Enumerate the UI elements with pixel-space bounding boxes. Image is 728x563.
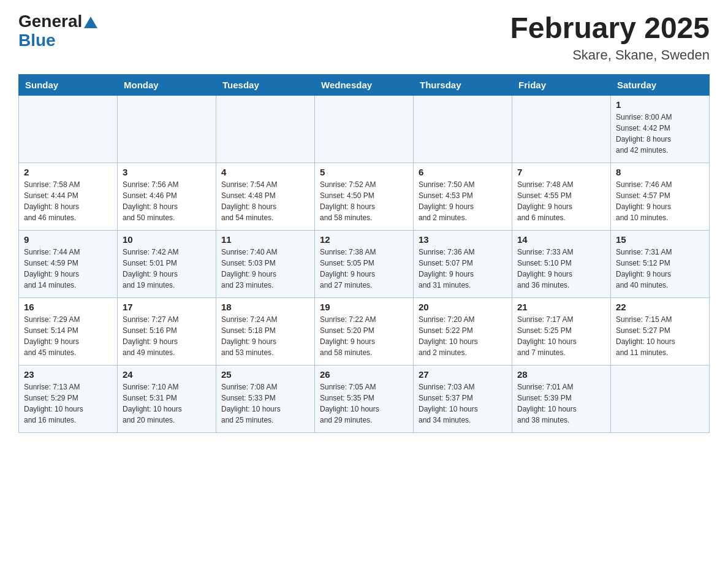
calendar-cell: 27Sunrise: 7:03 AM Sunset: 5:37 PM Dayli… [414,365,512,432]
day-number: 1 [616,99,704,110]
day-info: Sunrise: 7:38 AM Sunset: 5:05 PM Dayligh… [320,248,376,289]
day-number: 18 [221,302,309,312]
calendar-cell: 21Sunrise: 7:17 AM Sunset: 5:25 PM Dayli… [512,297,611,365]
day-info: Sunrise: 7:01 AM Sunset: 5:39 PM Dayligh… [517,383,577,424]
calendar-cell: 13Sunrise: 7:36 AM Sunset: 5:07 PM Dayli… [414,230,512,297]
day-info: Sunrise: 7:50 AM Sunset: 4:53 PM Dayligh… [419,180,474,222]
day-number: 28 [517,369,605,380]
calendar-cell [414,95,512,163]
calendar-cell: 28Sunrise: 7:01 AM Sunset: 5:39 PM Dayli… [512,365,611,432]
calendar-cell: 1Sunrise: 8:00 AM Sunset: 4:42 PM Daylig… [611,95,710,163]
day-number: 8 [616,167,704,177]
calendar-cell: 19Sunrise: 7:22 AM Sunset: 5:20 PM Dayli… [315,297,414,365]
day-info: Sunrise: 7:05 AM Sunset: 5:35 PM Dayligh… [320,383,379,424]
day-info: Sunrise: 7:58 AM Sunset: 4:44 PM Dayligh… [24,180,80,222]
calendar-cell: 20Sunrise: 7:20 AM Sunset: 5:22 PM Dayli… [414,297,512,365]
calendar-cell: 5Sunrise: 7:52 AM Sunset: 4:50 PM Daylig… [315,163,414,230]
day-info: Sunrise: 7:42 AM Sunset: 5:01 PM Dayligh… [123,248,178,289]
calendar-cell: 11Sunrise: 7:40 AM Sunset: 5:03 PM Dayli… [216,230,315,297]
day-info: Sunrise: 7:03 AM Sunset: 5:37 PM Dayligh… [419,383,478,424]
day-info: Sunrise: 7:40 AM Sunset: 5:03 PM Dayligh… [221,248,277,289]
day-info: Sunrise: 7:15 AM Sunset: 5:27 PM Dayligh… [616,315,675,357]
logo: General Blue [18,12,97,50]
day-number: 14 [517,234,605,245]
day-number: 27 [419,369,507,380]
calendar-dow-sunday: Sunday [19,74,118,95]
day-number: 6 [419,167,507,177]
day-number: 10 [123,234,211,245]
day-info: Sunrise: 7:56 AM Sunset: 4:46 PM Dayligh… [123,180,178,222]
day-info: Sunrise: 7:10 AM Sunset: 5:31 PM Dayligh… [123,383,182,424]
calendar-table: SundayMondayTuesdayWednesdayThursdayFrid… [18,74,710,433]
day-number: 11 [221,234,309,245]
day-number: 5 [320,167,408,177]
day-info: Sunrise: 7:17 AM Sunset: 5:25 PM Dayligh… [517,315,577,357]
day-info: Sunrise: 7:33 AM Sunset: 5:10 PM Dayligh… [517,248,573,289]
day-info: Sunrise: 7:20 AM Sunset: 5:22 PM Dayligh… [419,315,478,357]
calendar-dow-saturday: Saturday [611,74,710,95]
calendar-week-row: 23Sunrise: 7:13 AM Sunset: 5:29 PM Dayli… [19,365,710,432]
calendar-cell [19,95,118,163]
calendar-cell: 18Sunrise: 7:24 AM Sunset: 5:18 PM Dayli… [216,297,315,365]
day-number: 20 [419,302,507,312]
day-info: Sunrise: 7:44 AM Sunset: 4:59 PM Dayligh… [24,248,80,289]
day-info: Sunrise: 7:31 AM Sunset: 5:12 PM Dayligh… [616,248,672,289]
calendar-cell [216,95,315,163]
calendar-cell: 17Sunrise: 7:27 AM Sunset: 5:16 PM Dayli… [118,297,216,365]
logo-blue-text: Blue [18,31,56,50]
calendar-cell: 10Sunrise: 7:42 AM Sunset: 5:01 PM Dayli… [118,230,216,297]
day-info: Sunrise: 7:29 AM Sunset: 5:14 PM Dayligh… [24,315,80,357]
calendar-week-row: 16Sunrise: 7:29 AM Sunset: 5:14 PM Dayli… [19,297,710,365]
day-number: 16 [24,302,112,312]
calendar-cell: 22Sunrise: 7:15 AM Sunset: 5:27 PM Dayli… [611,297,710,365]
logo-triangle-icon [84,17,97,28]
calendar-cell: 25Sunrise: 7:08 AM Sunset: 5:33 PM Dayli… [216,365,315,432]
calendar-cell [512,95,611,163]
calendar-cell: 4Sunrise: 7:54 AM Sunset: 4:48 PM Daylig… [216,163,315,230]
day-number: 15 [616,234,704,245]
calendar-cell: 15Sunrise: 7:31 AM Sunset: 5:12 PM Dayli… [611,230,710,297]
title-block: February 2025 Skare, Skane, Sweden [510,12,710,63]
calendar-cell: 6Sunrise: 7:50 AM Sunset: 4:53 PM Daylig… [414,163,512,230]
day-number: 23 [24,369,112,380]
day-info: Sunrise: 7:54 AM Sunset: 4:48 PM Dayligh… [221,180,277,222]
calendar-dow-friday: Friday [512,74,611,95]
day-number: 12 [320,234,408,245]
day-number: 25 [221,369,309,380]
location: Skare, Skane, Sweden [510,47,710,63]
calendar-header-row: SundayMondayTuesdayWednesdayThursdayFrid… [19,74,710,95]
calendar-dow-thursday: Thursday [414,74,512,95]
day-number: 2 [24,167,112,177]
day-info: Sunrise: 7:36 AM Sunset: 5:07 PM Dayligh… [419,248,474,289]
day-info: Sunrise: 7:22 AM Sunset: 5:20 PM Dayligh… [320,315,376,357]
day-info: Sunrise: 8:00 AM Sunset: 4:42 PM Dayligh… [616,113,672,155]
calendar-cell [611,365,710,432]
calendar-week-row: 1Sunrise: 8:00 AM Sunset: 4:42 PM Daylig… [19,95,710,163]
day-number: 13 [419,234,507,245]
calendar-dow-wednesday: Wednesday [315,74,414,95]
calendar-cell: 16Sunrise: 7:29 AM Sunset: 5:14 PM Dayli… [19,297,118,365]
day-number: 19 [320,302,408,312]
calendar-cell [118,95,216,163]
day-number: 21 [517,302,605,312]
calendar-dow-tuesday: Tuesday [216,74,315,95]
calendar-week-row: 9Sunrise: 7:44 AM Sunset: 4:59 PM Daylig… [19,230,710,297]
calendar-week-row: 2Sunrise: 7:58 AM Sunset: 4:44 PM Daylig… [19,163,710,230]
day-info: Sunrise: 7:27 AM Sunset: 5:16 PM Dayligh… [123,315,178,357]
calendar-dow-monday: Monday [118,74,216,95]
day-number: 26 [320,369,408,380]
calendar-cell [315,95,414,163]
calendar-cell: 14Sunrise: 7:33 AM Sunset: 5:10 PM Dayli… [512,230,611,297]
day-number: 7 [517,167,605,177]
calendar-cell: 8Sunrise: 7:46 AM Sunset: 4:57 PM Daylig… [611,163,710,230]
day-info: Sunrise: 7:13 AM Sunset: 5:29 PM Dayligh… [24,383,83,424]
calendar-cell: 24Sunrise: 7:10 AM Sunset: 5:31 PM Dayli… [118,365,216,432]
day-info: Sunrise: 7:24 AM Sunset: 5:18 PM Dayligh… [221,315,277,357]
day-info: Sunrise: 7:52 AM Sunset: 4:50 PM Dayligh… [320,180,376,222]
calendar-cell: 3Sunrise: 7:56 AM Sunset: 4:46 PM Daylig… [118,163,216,230]
day-number: 4 [221,167,309,177]
day-number: 17 [123,302,211,312]
calendar-cell: 2Sunrise: 7:58 AM Sunset: 4:44 PM Daylig… [19,163,118,230]
calendar-cell: 12Sunrise: 7:38 AM Sunset: 5:05 PM Dayli… [315,230,414,297]
calendar-cell: 23Sunrise: 7:13 AM Sunset: 5:29 PM Dayli… [19,365,118,432]
